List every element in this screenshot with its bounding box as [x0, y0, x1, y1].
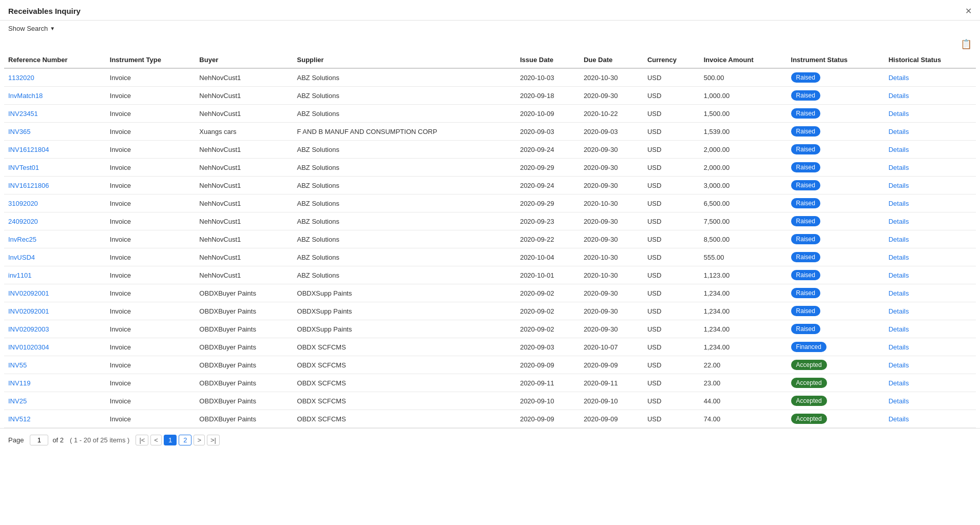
details-link[interactable]: Details — [889, 361, 909, 369]
table-row: INV16121806 Invoice NehNovCust1 ABZ Solu… — [4, 177, 976, 195]
details-link[interactable]: Details — [889, 128, 909, 135]
col-historical-status: Historical Status — [885, 52, 976, 68]
details-link[interactable]: Details — [889, 110, 909, 118]
cell-type: Invoice — [106, 356, 196, 374]
page-title: Receivables Inquiry — [8, 7, 81, 15]
ref-link[interactable]: INV119 — [8, 379, 30, 387]
table-row: 1132020 Invoice NehNovCust1 ABZ Solution… — [4, 68, 976, 87]
cell-details: Details — [885, 159, 976, 177]
ref-link[interactable]: INV01020304 — [8, 343, 49, 351]
cell-ref: INV512 — [4, 410, 106, 428]
copy-icon[interactable]: 📋 — [960, 38, 972, 50]
details-link[interactable]: Details — [889, 325, 909, 333]
ref-link[interactable]: INV02092001 — [8, 289, 49, 297]
ref-link[interactable]: INV02092001 — [8, 307, 49, 315]
first-page-button[interactable]: |< — [136, 435, 148, 445]
ref-link[interactable]: 31092020 — [8, 200, 38, 207]
cell-amount: 6,500.00 — [700, 195, 787, 212]
cell-type: Invoice — [106, 159, 196, 177]
page-input[interactable] — [30, 435, 48, 445]
details-link[interactable]: Details — [889, 271, 909, 279]
details-link[interactable]: Details — [889, 343, 909, 351]
table-row: INV02092001 Invoice OBDXBuyer Paints OBD… — [4, 284, 976, 302]
cell-ref: InvMatch18 — [4, 87, 106, 105]
cell-issue: 2020-09-03 — [516, 123, 580, 141]
cell-ref: INV119 — [4, 374, 106, 392]
details-link[interactable]: Details — [889, 254, 909, 261]
ref-link[interactable]: INV16121804 — [8, 146, 49, 153]
cell-details: Details — [885, 248, 976, 266]
page-2-button[interactable]: 2 — [179, 435, 191, 445]
ref-link[interactable]: InvRec25 — [8, 236, 36, 243]
details-link[interactable]: Details — [889, 415, 909, 423]
status-badge: Accepted — [791, 360, 827, 370]
cell-details: Details — [885, 123, 976, 141]
cell-due: 2020-10-30 — [580, 68, 643, 87]
show-search-bar[interactable]: Show Search ▼ — [0, 21, 980, 36]
cell-type: Invoice — [106, 392, 196, 410]
ref-link[interactable]: InvUSD4 — [8, 254, 35, 261]
ref-link[interactable]: 24092020 — [8, 218, 38, 225]
details-link[interactable]: Details — [889, 74, 909, 82]
cell-supplier: OBDX SCFCMS — [293, 356, 516, 374]
details-link[interactable]: Details — [889, 236, 909, 243]
prev-page-button[interactable]: < — [150, 435, 162, 445]
cell-status: Accepted — [787, 410, 885, 428]
status-badge: Accepted — [791, 378, 827, 388]
details-link[interactable]: Details — [889, 182, 909, 189]
table-row: INVTest01 Invoice NehNovCust1 ABZ Soluti… — [4, 159, 976, 177]
cell-due: 2020-09-30 — [580, 230, 643, 248]
cell-supplier: ABZ Solutions — [293, 230, 516, 248]
details-link[interactable]: Details — [889, 289, 909, 297]
details-link[interactable]: Details — [889, 146, 909, 153]
cell-currency: USD — [643, 356, 700, 374]
cell-amount: 1,500.00 — [700, 105, 787, 123]
cell-supplier: OBDX SCFCMS — [293, 338, 516, 356]
cell-type: Invoice — [106, 123, 196, 141]
cell-type: Invoice — [106, 284, 196, 302]
cell-status: Raised — [787, 87, 885, 105]
ref-link[interactable]: INV512 — [8, 415, 30, 423]
cell-issue: 2020-10-01 — [516, 266, 580, 284]
ref-link[interactable]: INV55 — [8, 361, 27, 369]
cell-type: Invoice — [106, 141, 196, 159]
details-link[interactable]: Details — [889, 379, 909, 387]
cell-currency: USD — [643, 105, 700, 123]
ref-link[interactable]: INV25 — [8, 397, 27, 405]
cell-status: Accepted — [787, 356, 885, 374]
cell-buyer: NehNovCust1 — [195, 87, 293, 105]
ref-link[interactable]: INVTest01 — [8, 164, 39, 171]
cell-type: Invoice — [106, 195, 196, 212]
ref-link[interactable]: INV365 — [8, 128, 30, 135]
details-link[interactable]: Details — [889, 164, 909, 171]
cell-amount: 555.00 — [700, 248, 787, 266]
col-instrument-type: Instrument Type — [106, 52, 196, 68]
cell-buyer: NehNovCust1 — [195, 212, 293, 230]
cell-details: Details — [885, 410, 976, 428]
cell-currency: USD — [643, 266, 700, 284]
details-link[interactable]: Details — [889, 307, 909, 315]
ref-link[interactable]: INV16121806 — [8, 182, 49, 189]
ref-link[interactable]: InvMatch18 — [8, 92, 43, 100]
ref-link[interactable]: INV02092003 — [8, 325, 49, 333]
ref-link[interactable]: inv1101 — [8, 271, 32, 279]
details-link[interactable]: Details — [889, 218, 909, 225]
status-badge: Raised — [791, 180, 820, 190]
cell-ref: INV16121806 — [4, 177, 106, 195]
close-icon[interactable]: ✕ — [965, 6, 972, 16]
details-link[interactable]: Details — [889, 397, 909, 405]
cell-ref: INV02092001 — [4, 284, 106, 302]
cell-ref: 1132020 — [4, 68, 106, 87]
last-page-button[interactable]: >| — [207, 435, 220, 445]
ref-link[interactable]: 1132020 — [8, 74, 34, 82]
cell-supplier: ABZ Solutions — [293, 105, 516, 123]
cell-details: Details — [885, 195, 976, 212]
cell-status: Raised — [787, 320, 885, 338]
cell-due: 2020-09-30 — [580, 87, 643, 105]
details-link[interactable]: Details — [889, 200, 909, 207]
ref-link[interactable]: INV23451 — [8, 110, 38, 118]
next-page-button[interactable]: > — [194, 435, 205, 445]
cell-supplier: OBDXSupp Paints — [293, 302, 516, 320]
details-link[interactable]: Details — [889, 92, 909, 100]
page-1-button[interactable]: 1 — [164, 435, 177, 445]
